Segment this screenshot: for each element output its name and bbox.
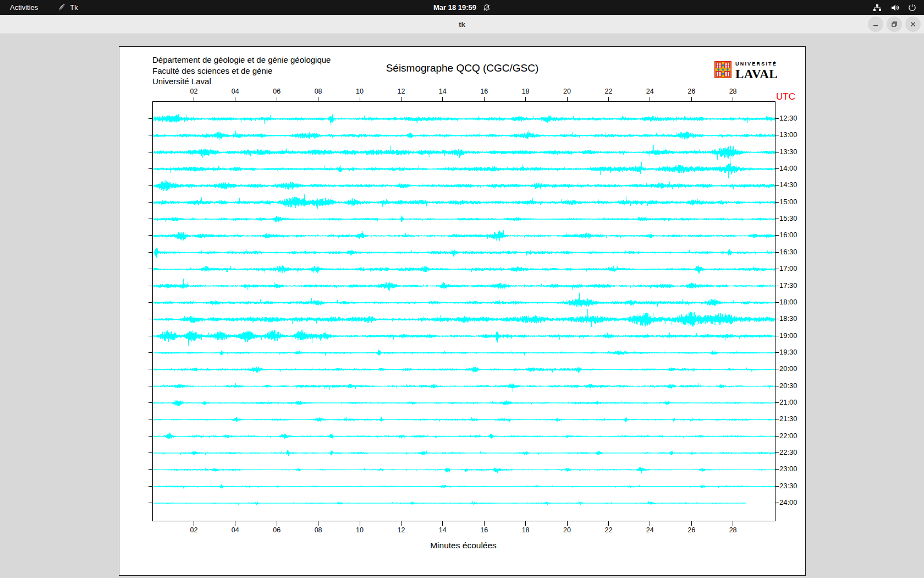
x-tick-bottom: [484, 521, 485, 526]
x-tick-label-top: 12: [392, 88, 410, 95]
row-tick-right: [776, 202, 779, 203]
x-tick-label-top: 10: [350, 88, 369, 95]
x-tick-top: [484, 97, 485, 101]
row-time-label: 15:00: [779, 198, 798, 206]
row-time-label: 17:30: [779, 281, 798, 290]
x-tick-label-top: 16: [475, 88, 493, 95]
laval-shield-icon: [714, 61, 732, 80]
row-tick-right: [776, 369, 779, 369]
row-tick-left: [148, 352, 152, 353]
x-tick-label-bottom: 10: [350, 526, 369, 534]
row-tick-left: [148, 252, 152, 253]
x-tick-label-bottom: 16: [475, 526, 493, 534]
row-tick-left: [148, 185, 152, 186]
x-tick-bottom: [567, 521, 568, 526]
x-tick-bottom: [277, 521, 277, 526]
maximize-button[interactable]: [887, 17, 902, 32]
row-time-label: 13:30: [779, 148, 798, 156]
row-tick-right: [776, 452, 779, 453]
x-tick-top: [525, 97, 526, 101]
x-tick-label-bottom: 14: [433, 526, 452, 534]
x-tick-label-bottom: 18: [516, 526, 535, 534]
row-tick-right: [776, 503, 779, 503]
x-tick-bottom: [401, 521, 402, 526]
row-tick-right: [776, 436, 779, 437]
utc-axis-label: UTC: [776, 91, 795, 102]
row-tick-left: [148, 168, 152, 169]
system-status-area[interactable]: [873, 0, 916, 15]
row-tick-left: [148, 235, 152, 236]
x-tick-label-bottom: 02: [184, 526, 203, 534]
x-tick-label-top: 02: [184, 88, 203, 95]
row-tick-left: [148, 402, 152, 403]
seismograph-canvas: [153, 102, 775, 521]
x-tick-label-bottom: 12: [392, 526, 410, 534]
x-tick-label-top: 18: [516, 88, 535, 95]
logo-universite-text: UNIVERSITÉ: [735, 62, 778, 67]
x-tick-bottom: [194, 521, 194, 526]
row-time-label: 14:30: [779, 181, 798, 189]
focused-app-menu[interactable]: Tk: [58, 3, 78, 12]
row-time-label: 20:30: [779, 381, 798, 390]
row-tick-right: [776, 402, 779, 403]
row-tick-left: [148, 135, 152, 135]
x-tick-label-bottom: 06: [267, 526, 286, 534]
row-tick-left: [148, 386, 152, 386]
row-tick-left: [148, 219, 152, 219]
row-time-label: 21:30: [779, 415, 798, 423]
x-tick-top: [650, 97, 650, 101]
row-tick-left: [148, 469, 152, 470]
gnome-top-bar: Activities Tk Mar 18 19:59: [0, 0, 924, 15]
row-time-label: 18:30: [779, 314, 798, 323]
row-tick-left: [148, 336, 152, 336]
clock-button[interactable]: Mar 18 19:59: [433, 3, 491, 12]
x-tick-label-top: 20: [558, 88, 576, 95]
x-tick-top: [318, 97, 318, 101]
helicorder-plot-box: [152, 101, 776, 521]
focused-app-label: Tk: [70, 3, 78, 12]
tk-app-icon: [58, 3, 66, 12]
clock-label: Mar 18 19:59: [433, 3, 476, 12]
row-tick-right: [776, 286, 779, 286]
row-time-label: 16:30: [779, 248, 798, 256]
x-tick-label-bottom: 22: [599, 526, 618, 534]
row-tick-left: [148, 118, 152, 119]
universite-laval-logo: UNIVERSITÉ LAVAL: [714, 61, 778, 80]
x-tick-label-top: 04: [226, 88, 245, 95]
row-tick-left: [148, 269, 152, 269]
x-tick-bottom: [525, 521, 526, 526]
x-tick-top: [442, 97, 443, 101]
x-tick-label-top: 22: [599, 88, 618, 95]
row-tick-left: [148, 319, 152, 319]
row-tick-right: [776, 336, 779, 336]
window-titlebar[interactable]: tk: [0, 15, 924, 34]
row-time-label: 24:00: [779, 498, 798, 506]
x-tick-label-bottom: 20: [558, 526, 576, 534]
close-button[interactable]: [905, 17, 921, 32]
row-tick-right: [776, 319, 779, 319]
x-tick-top: [235, 97, 235, 101]
x-axis-title: Minutes écoulées: [152, 541, 774, 550]
row-tick-left: [148, 302, 152, 303]
volume-icon: [890, 3, 899, 12]
row-tick-right: [776, 235, 779, 236]
x-tick-top: [691, 97, 692, 101]
row-tick-left: [148, 286, 152, 286]
row-time-label: 23:00: [779, 465, 798, 473]
x-tick-bottom: [442, 521, 443, 526]
power-icon: [908, 3, 916, 12]
row-tick-right: [776, 269, 779, 269]
minimize-button[interactable]: [868, 17, 883, 32]
activities-button[interactable]: Activities: [10, 3, 38, 12]
x-tick-label-top: 26: [682, 88, 701, 95]
x-tick-label-bottom: 28: [724, 526, 743, 534]
row-time-label: 19:00: [779, 331, 798, 340]
x-tick-top: [608, 97, 609, 101]
row-tick-left: [148, 436, 152, 437]
row-tick-right: [776, 135, 779, 135]
x-tick-top: [277, 97, 277, 101]
x-tick-label-bottom: 26: [682, 526, 701, 534]
row-tick-right: [776, 219, 779, 219]
row-tick-left: [148, 369, 152, 369]
x-tick-bottom: [691, 521, 692, 526]
